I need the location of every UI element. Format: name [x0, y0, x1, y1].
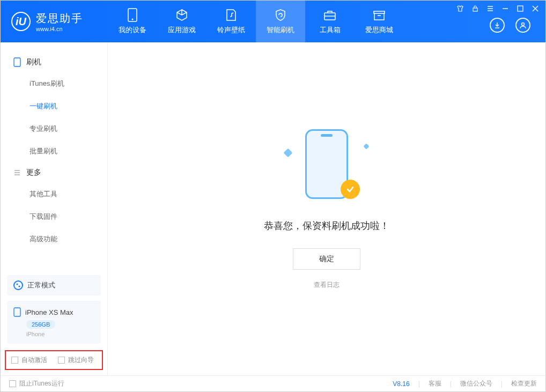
- device-small-icon: [13, 307, 21, 317]
- main-content: 恭喜您，保资料刷机成功啦！ 确定 查看日志: [108, 42, 545, 375]
- music-file-icon: [224, 8, 238, 22]
- tab-label: 我的设备: [119, 25, 146, 35]
- device-type: iPhone: [26, 331, 94, 337]
- separator: |: [418, 380, 420, 388]
- menu-icon[interactable]: [486, 5, 494, 12]
- mode-icon: [13, 280, 23, 290]
- svg-point-5: [522, 23, 525, 26]
- body: 刷机 iTunes刷机 一键刷机 专业刷机 批量刷机 更多 其他工具 下载固件 …: [1, 42, 545, 375]
- logo-text: 爱思助手 www.i4.cn: [36, 11, 83, 32]
- shield-refresh-icon: [274, 8, 287, 22]
- checkbox-auto-activate[interactable]: 自动激活: [11, 356, 47, 365]
- store-icon: [372, 8, 386, 22]
- tab-ringtones-wallpapers[interactable]: 铃声壁纸: [206, 1, 256, 42]
- block-itunes-label[interactable]: 阻止iTunes运行: [19, 379, 64, 388]
- footer-left: 阻止iTunes运行: [9, 379, 64, 388]
- mode-card[interactable]: 正常模式: [7, 275, 101, 295]
- sidebar-item-other-tools[interactable]: 其他工具: [1, 183, 107, 205]
- separator: |: [450, 380, 452, 388]
- shirt-icon[interactable]: [456, 5, 464, 12]
- app-title: 爱思助手: [36, 11, 83, 26]
- footer-link-check-update[interactable]: 检查更新: [511, 379, 537, 388]
- svg-rect-9: [14, 308, 20, 316]
- svg-point-7: [17, 284, 18, 285]
- tab-toolbox[interactable]: 工具箱: [305, 1, 355, 42]
- group-title: 更多: [26, 168, 41, 177]
- tab-label: 智能刷机: [267, 25, 294, 35]
- sidebar-item-itunes-flash[interactable]: iTunes刷机: [1, 72, 107, 95]
- list-icon: [13, 169, 21, 176]
- tab-smart-flash[interactable]: 智能刷机: [256, 1, 305, 42]
- minimize-button[interactable]: [501, 5, 509, 12]
- tab-label: 工具箱: [320, 25, 341, 35]
- sidebar: 刷机 iTunes刷机 一键刷机 专业刷机 批量刷机 更多 其他工具 下载固件 …: [1, 42, 108, 375]
- download-icon[interactable]: [490, 18, 505, 33]
- tab-label: 爱思商城: [365, 25, 393, 35]
- header: iU 爱思助手 www.i4.cn 我的设备 应用游戏 铃声壁纸 智能刷机 工具…: [1, 1, 545, 42]
- checkbox-icon[interactable]: [9, 380, 16, 387]
- user-icon[interactable]: [515, 18, 530, 33]
- maximize-button[interactable]: [517, 5, 524, 12]
- app-logo-icon: iU: [11, 12, 31, 31]
- svg-point-8: [19, 286, 20, 287]
- checkmark-badge-icon: [341, 180, 360, 199]
- device-name-row: iPhone XS Max: [13, 307, 94, 317]
- checkbox-label: 跳过向导: [68, 356, 94, 365]
- mode-label: 正常模式: [27, 280, 55, 290]
- sidebar-item-download-firmware[interactable]: 下载固件: [1, 205, 107, 228]
- device-icon: [126, 8, 139, 22]
- toolbox-icon: [323, 8, 337, 22]
- tab-my-device[interactable]: 我的设备: [108, 1, 157, 42]
- checkbox-icon: [58, 357, 65, 364]
- sidebar-item-pro-flash[interactable]: 专业刷机: [1, 117, 107, 140]
- sparkle-icon: [284, 149, 293, 158]
- version-label: V8.16: [393, 380, 409, 388]
- device-storage-badge: 256GB: [26, 320, 55, 329]
- sidebar-group-flash: 刷机: [1, 52, 107, 72]
- footer-right: V8.16 | 客服 | 微信公众号 | 检查更新: [393, 379, 537, 388]
- success-message: 恭喜您，保资料刷机成功啦！: [264, 219, 389, 232]
- cube-icon: [175, 8, 189, 22]
- tab-label: 应用游戏: [168, 25, 196, 35]
- lock-icon[interactable]: [471, 5, 479, 12]
- ok-button[interactable]: 确定: [293, 248, 360, 270]
- svg-point-1: [132, 19, 134, 20]
- tab-store[interactable]: 爱思商城: [355, 1, 404, 42]
- sidebar-nav: 刷机 iTunes刷机 一键刷机 专业刷机 批量刷机 更多 其他工具 下载固件 …: [1, 42, 107, 275]
- sidebar-item-batch-flash[interactable]: 批量刷机: [1, 140, 107, 162]
- footer-link-wechat[interactable]: 微信公众号: [460, 379, 492, 388]
- checkbox-label: 自动激活: [21, 356, 47, 365]
- sidebar-group-more: 更多: [1, 162, 107, 183]
- logo-section: iU 爱思助手 www.i4.cn: [1, 11, 108, 32]
- sidebar-item-advanced[interactable]: 高级功能: [1, 228, 107, 250]
- header-action-icons: [490, 18, 530, 33]
- sparkle-icon: [363, 143, 369, 149]
- phone-small-icon: [13, 57, 21, 67]
- window-controls: [456, 5, 539, 12]
- nav-tabs: 我的设备 应用游戏 铃声壁纸 智能刷机 工具箱 爱思商城: [108, 1, 404, 42]
- highlighted-checkbox-row: 自动激活 跳过向导: [5, 350, 103, 370]
- device-card[interactable]: iPhone XS Max 256GB iPhone: [7, 301, 101, 344]
- footer: 阻止iTunes运行 V8.16 | 客服 | 微信公众号 | 检查更新: [1, 375, 545, 391]
- tab-apps-games[interactable]: 应用游戏: [157, 1, 206, 42]
- view-log-link[interactable]: 查看日志: [314, 280, 340, 290]
- tab-label: 铃声壁纸: [217, 25, 245, 35]
- sidebar-item-one-click-flash[interactable]: 一键刷机: [1, 95, 107, 117]
- svg-rect-3: [473, 8, 477, 11]
- success-illustration: [284, 128, 370, 203]
- separator: |: [501, 380, 503, 388]
- group-title: 刷机: [26, 57, 41, 67]
- device-name: iPhone XS Max: [25, 308, 73, 316]
- svg-rect-6: [14, 58, 20, 66]
- close-button[interactable]: [532, 5, 539, 12]
- svg-rect-4: [518, 6, 523, 11]
- checkbox-icon: [11, 357, 18, 364]
- sidebar-bottom: 正常模式 iPhone XS Max 256GB iPhone: [1, 275, 107, 350]
- footer-link-support[interactable]: 客服: [429, 379, 441, 388]
- checkbox-skip-wizard[interactable]: 跳过向导: [58, 356, 94, 365]
- app-url: www.i4.cn: [36, 26, 83, 32]
